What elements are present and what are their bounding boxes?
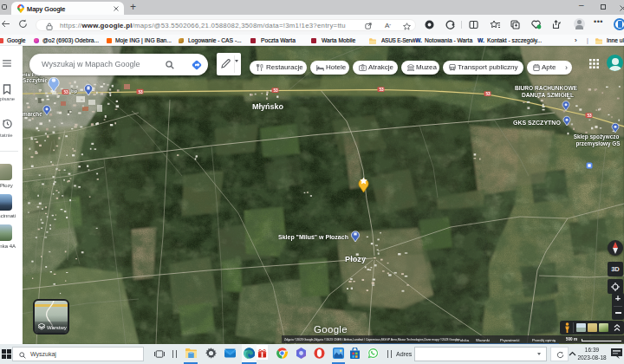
svg-text:Sklep spożywczo: Sklep spożywczo [574, 133, 620, 140]
svg-text:Młyńsko: Młyńsko [252, 102, 284, 111]
svg-text:BIURO RACHUNKOWE: BIURO RACHUNKOWE [515, 85, 578, 91]
svg-text:Płozy: Płozy [345, 255, 367, 263]
svg-text:Szczytnie: Szczytnie [23, 77, 49, 84]
svg-text:53: 53 [485, 92, 491, 96]
svg-text:przemysłowy GS: przemysłowy GS [575, 140, 621, 147]
svg-text:marché: marché [23, 111, 42, 117]
svg-text:53: 53 [63, 90, 68, 94]
svg-text:53: 53 [587, 114, 592, 118]
svg-text:Sklep "Miluś" w Płozach: Sklep "Miluś" w Płozach [278, 234, 348, 241]
svg-text:bp: bp [71, 88, 78, 94]
svg-text:53: 53 [379, 88, 384, 92]
svg-text:DANUTA SZMIGIEL: DANUTA SZMIGIEL [522, 92, 574, 98]
svg-text:53: 53 [273, 88, 278, 93]
svg-text:GKS SZCZYTNO: GKS SZCZYTNO [513, 120, 561, 126]
svg-text:53: 53 [138, 90, 143, 94]
